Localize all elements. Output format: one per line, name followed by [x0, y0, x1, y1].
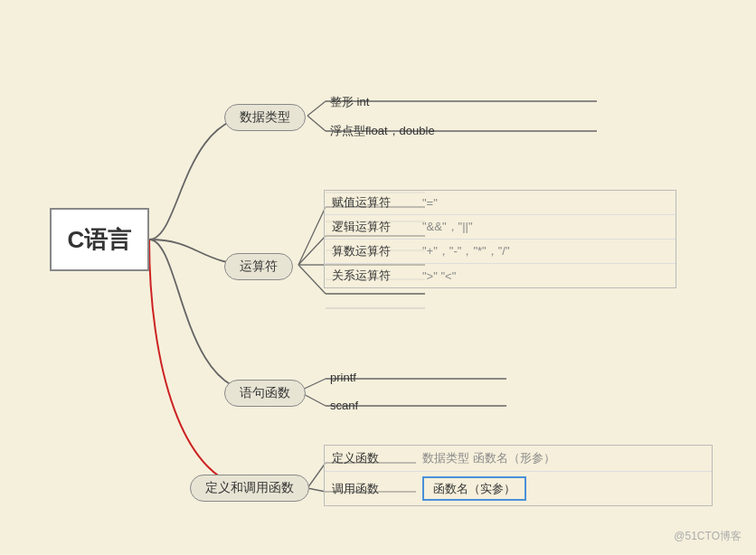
mindmap-canvas: C语言 数据类型 运算符 语句函数 定义和调用函数 整形 int 浮点型floa… — [0, 0, 756, 555]
leaf-scanf: scanf — [330, 399, 358, 412]
leaf-arithmetic-op: "+"，"-"，"*"，"/" — [422, 243, 510, 259]
branch-statements: 语句函数 — [224, 380, 306, 407]
svg-line-4 — [298, 207, 326, 265]
leaf-assign-op: "=" — [422, 196, 438, 210]
leaf-logical-op: "&&"，"||" — [422, 219, 473, 235]
svg-line-18 — [307, 488, 326, 492]
branch-statements-label: 语句函数 — [240, 385, 290, 401]
leaf-relational-op: ">" "<" — [422, 269, 456, 283]
leaf-float: 浮点型float，double — [330, 123, 435, 139]
svg-line-0 — [307, 101, 326, 116]
leaf-int: 整形 int — [330, 94, 369, 110]
branch-operators: 运算符 — [224, 253, 293, 280]
svg-line-16 — [307, 463, 326, 488]
leaf-call-detail: 函数名（实参） — [433, 482, 515, 495]
branch-data-types-label: 数据类型 — [240, 109, 290, 126]
leaf-define-detail: 数据类型 函数名（形参） — [422, 450, 555, 466]
branch-functions-label: 定义和调用函数 — [205, 480, 294, 496]
leaf-call: 调用函数 — [332, 481, 395, 497]
branch-functions: 定义和调用函数 — [190, 475, 309, 502]
svg-line-2 — [307, 116, 326, 131]
leaf-printf: printf — [330, 371, 356, 384]
root-label: C语言 — [68, 224, 132, 256]
leaf-assign: 赋值运算符 — [332, 194, 404, 211]
leaf-logical: 逻辑运算符 — [332, 219, 404, 235]
root-node: C语言 — [50, 208, 149, 271]
branch-operators-label: 运算符 — [240, 259, 278, 275]
svg-line-6 — [298, 236, 326, 265]
leaf-relational: 关系运算符 — [332, 268, 404, 284]
leaf-define: 定义函数 — [332, 450, 395, 466]
leaf-arithmetic: 算数运算符 — [332, 243, 404, 259]
branch-data-types: 数据类型 — [224, 104, 306, 131]
svg-line-10 — [298, 265, 326, 294]
